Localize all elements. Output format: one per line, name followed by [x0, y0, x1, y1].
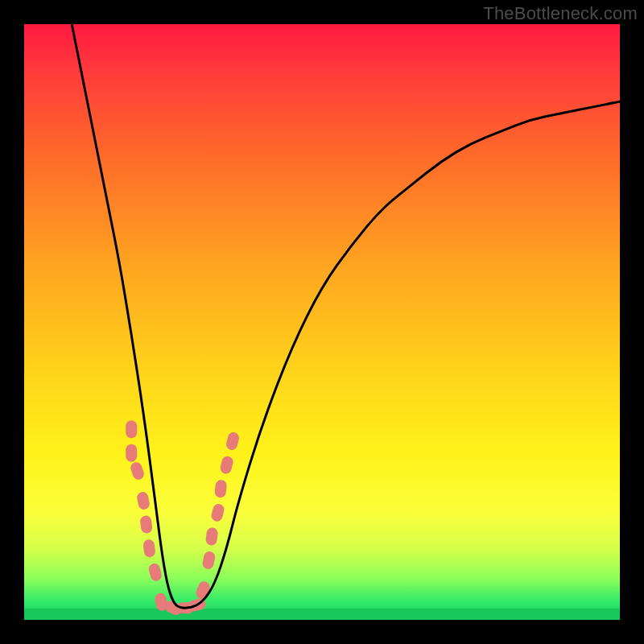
plot-area	[24, 24, 620, 620]
curve-marker	[147, 562, 163, 582]
curve-marker	[201, 551, 216, 570]
curve-marker	[210, 502, 225, 522]
outer-frame: TheBottleneck.com	[0, 0, 644, 644]
markers-group	[126, 420, 240, 617]
curve-marker	[225, 431, 241, 452]
curve-marker	[205, 527, 219, 547]
curve-marker	[126, 444, 137, 462]
curve-marker	[126, 420, 137, 438]
curve-marker	[136, 491, 151, 510]
bottleneck-curve	[72, 24, 620, 608]
curve-marker	[142, 539, 156, 558]
curve-marker	[214, 479, 228, 498]
curve-marker	[139, 515, 153, 535]
curve-layer	[24, 24, 620, 620]
curve-marker	[219, 455, 234, 475]
curve-marker	[129, 460, 145, 481]
curve-marker	[194, 580, 211, 601]
watermark-text: TheBottleneck.com	[483, 3, 638, 24]
